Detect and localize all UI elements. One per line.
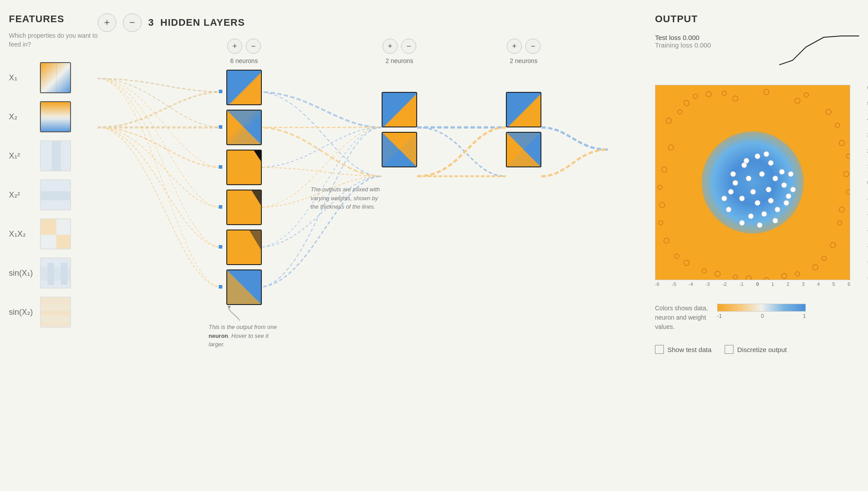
svg-rect-16 bbox=[61, 263, 67, 285]
feature-sinx1[interactable]: sin(X₁) bbox=[9, 257, 98, 289]
neuron-1-4[interactable] bbox=[226, 190, 262, 225]
svg-point-75 bbox=[746, 176, 751, 181]
svg-point-97 bbox=[784, 200, 789, 206]
add-hidden-layer-button[interactable]: + bbox=[98, 13, 116, 32]
feature-x1sq[interactable]: X₁² bbox=[9, 140, 98, 171]
neuron-1-6[interactable] bbox=[226, 269, 262, 305]
remove-hidden-layer-button[interactable]: − bbox=[123, 13, 142, 32]
svg-rect-22 bbox=[41, 315, 71, 322]
svg-point-46 bbox=[813, 265, 818, 270]
svg-point-54 bbox=[668, 145, 674, 150]
svg-point-91 bbox=[779, 169, 785, 174]
feature-thumb-x1x2[interactable] bbox=[40, 218, 71, 249]
svg-rect-9 bbox=[56, 219, 71, 235]
network-area: + − 3 HIDDEN LAYERS bbox=[98, 13, 655, 478]
svg-point-61 bbox=[846, 190, 850, 194]
svg-point-38 bbox=[733, 96, 738, 101]
layer-2-neuron-count: 2 neurons bbox=[386, 57, 413, 64]
neuron-2-1[interactable] bbox=[382, 92, 417, 127]
svg-point-72 bbox=[755, 154, 760, 159]
network-header: + − 3 HIDDEN LAYERS bbox=[98, 13, 655, 32]
feature-thumb-x1sq[interactable] bbox=[40, 140, 71, 171]
svg-point-37 bbox=[706, 91, 711, 97]
svg-point-42 bbox=[839, 140, 844, 146]
svg-rect-7 bbox=[41, 191, 71, 200]
svg-rect-0 bbox=[41, 63, 71, 93]
layer-3-controls: + − bbox=[507, 39, 541, 54]
legend-section: Colors shows data, neuron and weight val… bbox=[655, 304, 859, 332]
svg-point-86 bbox=[761, 211, 767, 217]
neuron-1-1[interactable] bbox=[226, 70, 262, 105]
layer-3-remove-neuron-button[interactable]: − bbox=[525, 39, 541, 54]
feature-label-x1sq: X₁² bbox=[9, 151, 36, 161]
svg-point-43 bbox=[844, 171, 849, 177]
feature-label-x2: X₂ bbox=[9, 112, 36, 122]
svg-point-53 bbox=[662, 167, 667, 172]
svg-point-99 bbox=[739, 220, 745, 226]
output-visualization: 0 bbox=[655, 85, 850, 280]
neuron-2-2[interactable] bbox=[382, 132, 417, 167]
svg-rect-30 bbox=[227, 150, 262, 185]
svg-point-64 bbox=[795, 272, 800, 276]
scatter-dots: 0 bbox=[655, 85, 850, 280]
svg-point-56 bbox=[693, 94, 698, 99]
discretize-output-checkbox[interactable]: Discretize output bbox=[725, 345, 787, 354]
svg-point-98 bbox=[726, 207, 731, 212]
layer-2-add-neuron-button[interactable]: + bbox=[383, 39, 398, 54]
svg-point-85 bbox=[786, 194, 791, 199]
svg-rect-2 bbox=[41, 102, 71, 132]
neuron-3-2[interactable] bbox=[506, 132, 541, 167]
svg-point-45 bbox=[830, 242, 836, 248]
svg-point-36 bbox=[684, 100, 689, 106]
layer-1-add-neuron-button[interactable]: + bbox=[227, 39, 242, 54]
layer-3-neuron-count: 2 neurons bbox=[510, 57, 537, 64]
feature-x2sq[interactable]: X₂² bbox=[9, 179, 98, 210]
svg-point-48 bbox=[746, 276, 751, 280]
feature-thumb-x2[interactable] bbox=[40, 101, 71, 132]
svg-point-66 bbox=[733, 275, 738, 279]
legend-text: Colors shows data, neuron and weight val… bbox=[655, 304, 708, 332]
checkbox-row: Show test data Discretize output bbox=[655, 345, 859, 354]
neuron-3-1[interactable] bbox=[506, 92, 541, 127]
svg-point-41 bbox=[826, 109, 831, 115]
svg-point-92 bbox=[730, 171, 736, 177]
feature-x1x2[interactable]: X₁X₂ bbox=[9, 218, 98, 249]
svg-rect-21 bbox=[41, 311, 71, 315]
layer-1-remove-neuron-button[interactable]: − bbox=[246, 39, 261, 54]
show-test-data-box[interactable] bbox=[655, 345, 664, 354]
show-test-data-checkbox[interactable]: Show test data bbox=[655, 345, 711, 354]
neuron-1-3[interactable] bbox=[226, 150, 262, 185]
svg-rect-23 bbox=[41, 322, 71, 328]
annotation-arrow bbox=[226, 305, 253, 323]
svg-point-62 bbox=[837, 221, 842, 225]
feature-thumb-sinx2[interactable] bbox=[40, 297, 71, 328]
feature-thumb-sinx1[interactable] bbox=[40, 257, 71, 289]
feature-x1[interactable]: X₁ bbox=[9, 62, 98, 93]
neuron-1-5[interactable] bbox=[226, 230, 262, 265]
svg-point-57 bbox=[722, 91, 726, 95]
feature-sinx2[interactable]: sin(X₂) bbox=[9, 297, 98, 328]
svg-rect-20 bbox=[41, 304, 71, 311]
svg-point-68 bbox=[675, 254, 679, 258]
svg-point-93 bbox=[790, 187, 796, 192]
feature-thumb-x1[interactable] bbox=[40, 62, 71, 93]
layer-2-neurons bbox=[382, 92, 417, 167]
svg-point-77 bbox=[733, 180, 738, 186]
features-column: FEATURES Which properties do you want to… bbox=[9, 13, 98, 478]
svg-rect-5 bbox=[52, 141, 61, 171]
layer-3-add-neuron-button[interactable]: + bbox=[507, 39, 522, 54]
neuron-1-2[interactable] bbox=[226, 110, 262, 145]
output-column: OUTPUT Test loss 0.000 Training loss 0.0… bbox=[655, 13, 859, 478]
feature-label-sinx2: sin(X₂) bbox=[9, 307, 36, 317]
svg-point-50 bbox=[684, 260, 689, 265]
svg-rect-13 bbox=[41, 267, 47, 281]
svg-rect-19 bbox=[41, 297, 71, 304]
discretize-output-box[interactable] bbox=[725, 345, 734, 354]
layer-2-remove-neuron-button[interactable]: − bbox=[401, 39, 416, 54]
feature-thumb-x2sq[interactable] bbox=[40, 179, 71, 210]
annotation-weights: The outputs are mixed with varying weigh… bbox=[311, 185, 382, 211]
svg-point-78 bbox=[750, 189, 756, 194]
features-title: FEATURES bbox=[9, 13, 98, 25]
svg-rect-11 bbox=[56, 235, 71, 249]
feature-x2[interactable]: X₂ bbox=[9, 101, 98, 132]
